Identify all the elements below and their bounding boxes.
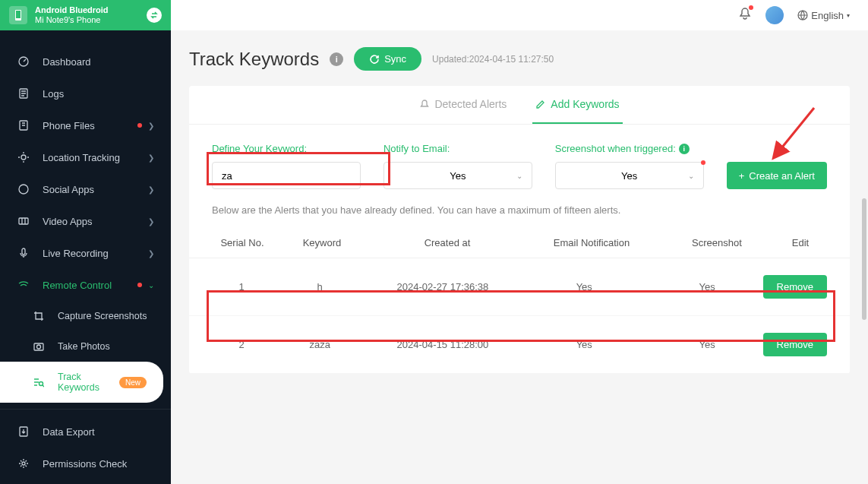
sidebar-item-live[interactable]: Live Recording ❯ <box>0 237 171 269</box>
sidebar-header: Android Bluedroid Mi Note9's Phone <box>0 0 171 30</box>
svg-rect-7 <box>19 218 28 224</box>
remove-button[interactable]: Remove <box>763 333 827 356</box>
define-keyword-col: Define Your Keyword: <box>212 143 361 189</box>
search-list-icon <box>32 377 46 388</box>
chevron-down-icon: ⌄ <box>688 172 694 180</box>
divider <box>0 409 171 410</box>
create-label: Create an Alert <box>749 170 815 182</box>
avatar[interactable] <box>765 6 784 24</box>
sidebar-item-social[interactable]: Social Apps ❯ <box>0 173 171 205</box>
sync-label: Sync <box>384 53 406 65</box>
language-selector[interactable]: English ▾ <box>797 10 850 21</box>
keyword-input[interactable] <box>212 162 361 189</box>
cell-edit: Remove <box>763 275 827 299</box>
scrollbar[interactable] <box>862 35 866 476</box>
sidebar-item-label: Capture Screenshots <box>58 311 154 321</box>
th-serial: Serial No. <box>212 237 273 248</box>
scrollbar-thumb[interactable] <box>862 198 866 320</box>
crop-icon <box>32 311 46 321</box>
svg-rect-8 <box>22 248 25 255</box>
remove-button[interactable]: Remove <box>763 275 827 299</box>
page-title: Track Keywords <box>189 49 319 70</box>
sidebar-item-location[interactable]: Location Tracking ❯ <box>0 141 171 173</box>
sidebar-item-permissions[interactable]: Permissions Check <box>0 448 171 479</box>
info-icon[interactable]: i <box>679 144 690 154</box>
sidebar: Android Bluedroid Mi Note9's Phone Dashb… <box>0 0 171 484</box>
th-created: Created at <box>371 237 523 248</box>
info-text: Below are the Alerts that you have alrea… <box>189 204 850 228</box>
language-label: English <box>811 10 844 21</box>
plus-icon: + <box>739 170 745 182</box>
sidebar-item-dashboard[interactable]: Dashboard <box>0 46 171 78</box>
chevron-right-icon: ❯ <box>148 122 154 130</box>
gauge-icon <box>17 55 30 68</box>
screenshot-trigger-label: Screenshot when triggered: i <box>555 143 704 154</box>
chevron-down-icon: ▾ <box>847 12 850 19</box>
sidebar-item-label: Take Photos <box>58 341 154 352</box>
cell-email: Yes <box>517 339 651 350</box>
cell-serial: 1 <box>212 281 271 293</box>
svg-point-6 <box>19 185 28 194</box>
location-icon <box>17 151 30 163</box>
form-row: Define Your Keyword: Notify to Email: Ye… <box>189 125 850 204</box>
chevron-down-icon: ⌄ <box>516 172 522 180</box>
cell-serial: 2 <box>212 339 271 350</box>
sidebar-item-video[interactable]: Video Apps ❯ <box>0 205 171 237</box>
sidebar-item-label: Live Recording <box>43 248 148 259</box>
main-content: Track Keywords i Sync Updated:2024-04-15… <box>171 30 868 484</box>
sidebar-item-label: Logs <box>43 88 154 100</box>
chevron-down-icon: ⌄ <box>148 281 154 289</box>
sidebar-item-label: Permissions Check <box>43 458 154 470</box>
device-info: Android Bluedroid Mi Note9's Phone <box>35 5 147 25</box>
svg-point-5 <box>21 155 26 160</box>
tabs: Detected Alerts Add Keywords <box>189 86 850 125</box>
topbar: English ▾ <box>171 0 868 30</box>
clipboard-icon <box>17 119 30 131</box>
cell-keyword: zaza <box>271 339 368 350</box>
select-value: Yes <box>450 170 466 182</box>
tab-add-keywords[interactable]: Add Keywords <box>532 86 622 124</box>
chevron-right-icon: ❯ <box>148 217 154 226</box>
swap-icon[interactable] <box>147 8 162 23</box>
svg-point-11 <box>39 382 43 386</box>
info-icon[interactable]: i <box>330 52 343 66</box>
cell-email: Yes <box>517 281 651 293</box>
screenshot-trigger-select[interactable]: Yes ⌄ <box>555 162 704 189</box>
th-edit: Edit <box>774 237 827 248</box>
cell-keyword: h <box>271 281 368 293</box>
notify-email-select[interactable]: Yes ⌄ <box>383 162 532 189</box>
th-screenshot: Screenshot <box>660 237 774 248</box>
select-value: Yes <box>621 170 637 182</box>
sidebar-item-export[interactable]: Data Export <box>0 416 171 448</box>
table-header: Serial No. Keyword Created at Email Noti… <box>189 228 850 258</box>
page-header: Track Keywords i Sync Updated:2024-04-15… <box>189 47 850 71</box>
alert-icon <box>419 99 430 109</box>
svg-rect-1 <box>16 11 21 18</box>
sidebar-item-logs[interactable]: Logs <box>0 78 171 109</box>
sidebar-item-screenshots[interactable]: Capture Screenshots <box>0 301 171 331</box>
tab-detected-alerts[interactable]: Detected Alerts <box>416 86 510 124</box>
sidebar-item-label: Remote Control <box>43 280 137 291</box>
chevron-right-icon: ❯ <box>148 185 154 194</box>
sidebar-item-photos[interactable]: Take Photos <box>0 331 171 362</box>
device-phone: Mi Note9's Phone <box>35 15 147 25</box>
svg-point-13 <box>22 462 25 465</box>
sidebar-item-phone-files[interactable]: Phone Files ❯ <box>0 109 171 141</box>
cell-created: 2024-04-15 11:28:00 <box>368 339 517 350</box>
create-alert-button[interactable]: + Create an Alert <box>727 162 827 189</box>
sidebar-item-keywords[interactable]: Track Keywords New <box>0 362 163 403</box>
cell-screenshot: Yes <box>652 281 763 293</box>
file-icon <box>17 87 30 100</box>
sidebar-item-label: Phone Files <box>43 120 137 131</box>
cell-created: 2024-02-27 17:36:38 <box>368 281 517 293</box>
sidebar-item-remote[interactable]: Remote Control ⌄ <box>0 269 171 301</box>
table-row: 2 zaza 2024-04-15 11:28:00 Yes Yes Remov… <box>189 316 850 374</box>
mic-icon <box>17 247 30 259</box>
svg-point-10 <box>37 345 41 349</box>
sidebar-item-label: Location Tracking <box>43 152 148 163</box>
sync-button[interactable]: Sync <box>354 47 421 71</box>
notifications-button[interactable] <box>738 7 752 24</box>
export-icon <box>17 425 30 438</box>
refresh-icon <box>369 54 380 65</box>
notification-dot <box>137 283 142 287</box>
